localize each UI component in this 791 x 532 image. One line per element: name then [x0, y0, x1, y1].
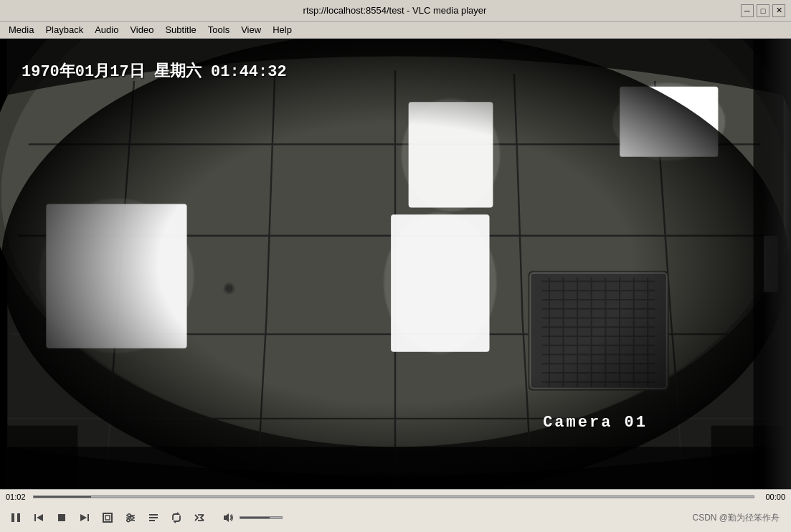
svg-rect-47 — [11, 513, 14, 522]
random-button[interactable] — [189, 508, 209, 528]
svg-rect-49 — [34, 514, 36, 521]
next-button[interactable] — [75, 508, 95, 528]
svg-rect-62 — [149, 514, 158, 516]
seek-progress — [34, 496, 91, 498]
svg-rect-51 — [58, 514, 65, 521]
buttons-row: CSDN @勤为径笨作舟 — [0, 504, 791, 531]
svg-rect-63 — [149, 517, 158, 518]
svg-point-46 — [1, 39, 790, 489]
menubar: Media Playback Audio Video Subtitle Tool… — [0, 22, 791, 39]
extended-button[interactable] — [120, 508, 141, 528]
fullscreen-button[interactable] — [98, 508, 118, 528]
minimize-button[interactable]: ─ — [741, 4, 754, 17]
current-time: 01:02 — [6, 493, 27, 501]
svg-rect-55 — [105, 516, 110, 520]
svg-rect-54 — [103, 513, 112, 522]
controls-bar: 01:02 00:00 — [0, 489, 791, 532]
maximize-button[interactable]: □ — [757, 4, 769, 17]
svg-marker-50 — [37, 514, 43, 521]
svg-rect-52 — [87, 514, 89, 521]
playlist-button[interactable] — [143, 508, 164, 528]
video-area[interactable]: 1970年01月17日 星期六 01:44:32 Camera 01 — [0, 39, 791, 489]
menu-audio[interactable]: Audio — [89, 23, 124, 37]
window-controls: ─ □ ✕ — [741, 4, 785, 17]
menu-help[interactable]: Help — [267, 23, 298, 37]
svg-marker-53 — [80, 514, 87, 521]
menu-playback[interactable]: Playback — [39, 23, 89, 37]
close-button[interactable]: ✕ — [772, 4, 785, 17]
video-frame — [0, 39, 791, 489]
loop-button[interactable] — [166, 508, 186, 528]
volume-icon[interactable] — [218, 508, 238, 528]
right-edge-strip — [762, 39, 791, 489]
volume-slider[interactable] — [240, 516, 283, 519]
menu-tools[interactable]: Tools — [202, 23, 235, 37]
svg-rect-48 — [17, 513, 20, 522]
svg-rect-64 — [149, 520, 155, 521]
titlebar: rtsp://localhost:8554/test - VLC media p… — [0, 0, 791, 22]
menu-subtitle[interactable]: Subtitle — [159, 23, 202, 37]
left-controls — [6, 508, 283, 528]
volume-area — [218, 508, 283, 528]
seek-bar-container: 01:02 00:00 — [0, 490, 791, 504]
menu-media[interactable]: Media — [3, 23, 39, 37]
remaining-time: 00:00 — [760, 493, 785, 501]
svg-point-61 — [127, 519, 130, 522]
svg-point-59 — [128, 514, 131, 517]
menu-video[interactable]: Video — [124, 23, 159, 37]
volume-fill — [240, 517, 270, 518]
svg-point-60 — [131, 516, 133, 519]
window-title: rtsp://localhost:8554/test - VLC media p… — [49, 5, 741, 16]
previous-button[interactable] — [29, 508, 49, 528]
pause-button[interactable] — [6, 508, 26, 528]
menu-view[interactable]: View — [235, 23, 267, 37]
watermark: CSDN @勤为径笨作舟 — [692, 512, 780, 524]
svg-marker-67 — [224, 513, 229, 522]
seek-bar[interactable] — [33, 495, 754, 498]
stop-button[interactable] — [52, 508, 72, 528]
